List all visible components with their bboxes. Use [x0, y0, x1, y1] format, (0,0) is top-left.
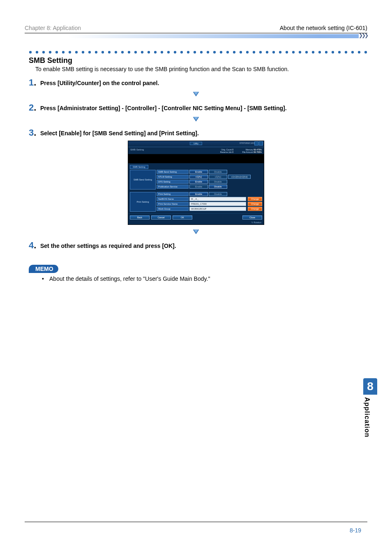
stat-key: File Amount — [235, 151, 253, 153]
change-button[interactable]: Change — [248, 202, 262, 206]
row-publication-service: Publication Service Enable Disable — [157, 185, 262, 189]
step-number-value: 1 — [29, 77, 34, 88]
step-number-value: 4 — [29, 240, 34, 250]
side-chapter-label: Application — [363, 397, 371, 437]
side-chapter-number: 8 — [363, 378, 377, 395]
enable-button[interactable]: Enable — [189, 170, 208, 174]
bullet-icon: • — [42, 275, 44, 282]
enable-button[interactable]: Enable — [189, 180, 208, 184]
dotted-rule — [29, 51, 367, 54]
section-title: SMB Setting — [29, 56, 367, 65]
group-caption: SMB Send Setting — [130, 170, 156, 190]
memo-bullet: • About the details of settings, refer t… — [42, 275, 367, 282]
change-button[interactable]: Change — [248, 207, 262, 211]
row-dfs-setting: DFS Setting Enable Disable — [157, 180, 262, 184]
step-dot: . — [34, 240, 36, 250]
help-icon[interactable] — [259, 141, 263, 146]
titlebar-icons — [254, 141, 263, 146]
screen-footer: Back Cancel OK Close — [128, 213, 264, 221]
screen-subheader: SMB Setting Orig. Count 0 Memory 99.475%… — [128, 147, 264, 154]
row-smb-send-setting: SMB Send Setting Enable Disable — [157, 170, 262, 174]
power-icon[interactable] — [254, 141, 258, 146]
step-dot: . — [34, 127, 36, 138]
breadcrumb: SMB Setting — [130, 148, 144, 153]
disable-button[interactable]: Disable — [209, 180, 227, 184]
step-2: 2. Press [Administrator Setting] - [Cont… — [29, 103, 367, 112]
row-label: SMB Send Setting — [157, 170, 189, 174]
disable-button[interactable]: Disable — [209, 170, 227, 174]
chapter-label: Chapter 8: Application — [25, 25, 81, 31]
group-print-setting: Print Setting Print Setting Enable Disab… — [130, 192, 262, 212]
step-number: 2. — [29, 103, 40, 112]
row-label: Work Group — [157, 207, 189, 211]
stat-value: 0 — [232, 151, 233, 153]
datetime-label: 07/07/2010 14:00 — [240, 142, 256, 144]
screen-body: SMB Setting SMB Send Setting SMB Send Se… — [128, 163, 264, 213]
ntlm-v1-button[interactable]: v1[Ac] — [189, 175, 208, 179]
step-number: 3. — [29, 128, 40, 137]
cancel-button[interactable]: Cancel — [151, 215, 171, 220]
enable-button[interactable]: Enable — [189, 192, 208, 196]
memo-text: About the details of settings, refer to … — [49, 275, 210, 282]
work-group-input[interactable]: WORKGROUP — [189, 207, 246, 211]
page-root: Chapter 8: Application About the network… — [0, 0, 392, 555]
rotation-text: Rotation — [254, 221, 261, 224]
step-number: 1. — [29, 78, 40, 87]
footer-line — [25, 522, 367, 522]
ok-button[interactable]: OK — [173, 215, 192, 220]
step-number: 4. — [29, 241, 40, 250]
stat-key: Reserve Job — [213, 151, 232, 153]
section-description: To enable SMB setting is necessary to us… — [35, 66, 367, 72]
group-smb-send: SMB Send Setting SMB Send Setting Enable… — [130, 170, 262, 190]
memo-badge: MEMO — [29, 265, 58, 273]
step-1: 1. Press [Utility/Counter] on the contro… — [29, 78, 367, 87]
utility-tab[interactable]: Utility — [190, 142, 202, 145]
step-dot: . — [34, 77, 36, 88]
group-caption: Print Setting — [130, 192, 156, 212]
close-button[interactable]: Close — [242, 215, 262, 220]
stat-value: 99.783% — [254, 151, 262, 153]
row-label: Publication Service — [157, 185, 189, 189]
step-4: 4. Set the other settings as required an… — [29, 241, 367, 250]
side-chapter-tab: 8 Application — [363, 378, 377, 437]
row-work-group: Work Group WORKGROUP Change — [157, 207, 262, 211]
ntlm-v1v2-button[interactable]: v1/v2[Ac]/v2[Ad] — [228, 175, 251, 179]
row-ntlm-setting: NTLM Setting v1[Ac] v2[Ac] v1/v2[Ac]/v2[… — [157, 175, 262, 179]
page-header: Chapter 8: Application About the network… — [25, 25, 367, 33]
step-text: Press [Utility/Counter] on the control p… — [40, 78, 159, 86]
step-number-value: 2 — [29, 102, 34, 113]
black-bar — [128, 154, 264, 163]
row-label: Print Service Name — [157, 202, 189, 206]
row-print-service-name: Print Service Name PRESS_C7000 Change — [157, 202, 262, 206]
row-netbios-name: NetBIOS Name M _ A _ Change — [157, 197, 262, 201]
header-gradient-bar — [28, 34, 359, 38]
disable-button[interactable]: Disable — [209, 185, 227, 189]
rotation-label: ↻ Rotation — [128, 221, 264, 224]
embedded-ui-screenshot: Utility 07/07/2010 14:00 SMB Setting Ori… — [128, 141, 264, 225]
back-button[interactable]: Back — [130, 215, 150, 220]
corner-arrows-icon: ❯❯❯ — [359, 32, 367, 38]
header-title-right: About the network setting (IC-601) — [280, 25, 367, 31]
row-label: NTLM Setting — [157, 175, 189, 179]
ntlm-v2-button[interactable]: v2[Ac] — [209, 175, 227, 179]
page-number: 8-19 — [350, 527, 361, 534]
disable-button[interactable]: Disable — [209, 192, 227, 196]
change-button[interactable]: Change — [248, 197, 262, 201]
netbios-name-input[interactable]: M _ A _ — [189, 197, 246, 201]
row-label: Print Setting — [157, 192, 189, 196]
down-arrow-icon — [25, 115, 367, 125]
print-service-name-input[interactable]: PRESS_C7000 — [189, 202, 246, 206]
down-arrow-icon — [25, 90, 367, 100]
row-label: DFS Setting — [157, 180, 189, 184]
row-label: NetBIOS Name — [157, 197, 189, 201]
status-block: Orig. Count 0 Memory 99.475% Reserve Job… — [213, 148, 262, 153]
screen-titlebar: Utility 07/07/2010 14:00 — [128, 141, 264, 147]
step-text: Set the other settings as required and p… — [40, 241, 176, 249]
tab-smb-setting[interactable]: SMB Setting — [130, 165, 148, 169]
enable-button[interactable]: Enable — [189, 185, 208, 189]
step-text: Press [Administrator Setting] - [Control… — [40, 103, 287, 111]
step-dot: . — [34, 102, 36, 113]
step-3: 3. Select [Enable] for [SMB Send Setting… — [29, 128, 367, 137]
step-text: Select [Enable] for [SMB Send Setting] a… — [40, 128, 199, 136]
down-arrow-icon — [25, 227, 367, 238]
